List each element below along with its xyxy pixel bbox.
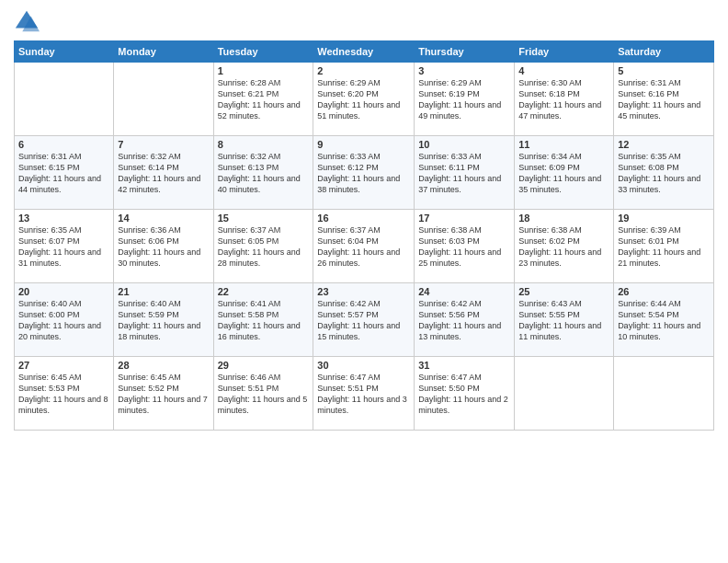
day-info: Sunrise: 6:46 AM Sunset: 5:51 PM Dayligh…	[218, 372, 310, 417]
day-info: Sunrise: 6:41 AM Sunset: 5:58 PM Dayligh…	[218, 298, 310, 343]
calendar-header-friday: Friday	[515, 41, 614, 63]
day-info: Sunrise: 6:38 AM Sunset: 6:03 PM Dayligh…	[418, 224, 510, 270]
day-number: 6	[18, 139, 109, 150]
day-info: Sunrise: 6:37 AM Sunset: 6:05 PM Dayligh…	[218, 224, 310, 270]
calendar-cell: 17Sunrise: 6:38 AM Sunset: 6:03 PM Dayli…	[415, 210, 515, 283]
day-number: 2	[317, 65, 410, 76]
calendar-cell	[15, 63, 114, 136]
calendar-cell: 7Sunrise: 6:32 AM Sunset: 6:14 PM Daylig…	[114, 136, 213, 210]
day-info: Sunrise: 6:33 AM Sunset: 6:12 PM Dayligh…	[317, 151, 410, 196]
day-info: Sunrise: 6:32 AM Sunset: 6:13 PM Dayligh…	[218, 151, 310, 196]
calendar-cell: 11Sunrise: 6:34 AM Sunset: 6:09 PM Dayli…	[515, 136, 614, 210]
calendar-header-thursday: Thursday	[415, 41, 515, 63]
day-info: Sunrise: 6:45 AM Sunset: 5:53 PM Dayligh…	[18, 372, 109, 417]
calendar-week-5: 27Sunrise: 6:45 AM Sunset: 5:53 PM Dayli…	[15, 357, 714, 431]
calendar-cell	[515, 357, 614, 431]
day-number: 12	[618, 139, 710, 150]
day-number: 24	[418, 286, 510, 297]
day-number: 31	[418, 360, 510, 371]
day-number: 22	[218, 286, 310, 297]
day-number: 4	[518, 65, 609, 76]
day-info: Sunrise: 6:44 AM Sunset: 5:54 PM Dayligh…	[618, 298, 710, 343]
calendar-cell: 12Sunrise: 6:35 AM Sunset: 6:08 PM Dayli…	[614, 136, 714, 210]
day-info: Sunrise: 6:42 AM Sunset: 5:56 PM Dayligh…	[418, 298, 510, 343]
day-info: Sunrise: 6:36 AM Sunset: 6:06 PM Dayligh…	[118, 224, 209, 270]
day-info: Sunrise: 6:39 AM Sunset: 6:01 PM Dayligh…	[618, 224, 710, 270]
day-info: Sunrise: 6:35 AM Sunset: 6:08 PM Dayligh…	[618, 151, 710, 196]
calendar-cell: 13Sunrise: 6:35 AM Sunset: 6:07 PM Dayli…	[15, 210, 114, 283]
calendar-header-row: SundayMondayTuesdayWednesdayThursdayFrid…	[15, 41, 714, 63]
day-info: Sunrise: 6:40 AM Sunset: 6:00 PM Dayligh…	[18, 298, 109, 343]
day-number: 5	[618, 65, 710, 76]
calendar-cell: 26Sunrise: 6:44 AM Sunset: 5:54 PM Dayli…	[614, 283, 714, 357]
day-number: 26	[618, 286, 710, 297]
calendar-cell: 27Sunrise: 6:45 AM Sunset: 5:53 PM Dayli…	[15, 357, 114, 431]
day-info: Sunrise: 6:47 AM Sunset: 5:50 PM Dayligh…	[418, 372, 510, 417]
day-number: 16	[317, 213, 410, 224]
day-number: 11	[518, 139, 609, 150]
day-number: 13	[18, 213, 109, 224]
day-info: Sunrise: 6:31 AM Sunset: 6:16 PM Dayligh…	[618, 77, 710, 122]
calendar-week-2: 6Sunrise: 6:31 AM Sunset: 6:15 PM Daylig…	[15, 136, 714, 210]
page: SundayMondayTuesdayWednesdayThursdayFrid…	[0, 0, 728, 563]
calendar-cell: 30Sunrise: 6:47 AM Sunset: 5:51 PM Dayli…	[313, 357, 415, 431]
day-info: Sunrise: 6:42 AM Sunset: 5:57 PM Dayligh…	[317, 298, 410, 343]
calendar-cell: 24Sunrise: 6:42 AM Sunset: 5:56 PM Dayli…	[415, 283, 515, 357]
calendar-cell: 18Sunrise: 6:38 AM Sunset: 6:02 PM Dayli…	[515, 210, 614, 283]
day-info: Sunrise: 6:35 AM Sunset: 6:07 PM Dayligh…	[18, 224, 109, 270]
day-number: 14	[118, 213, 209, 224]
calendar-cell: 8Sunrise: 6:32 AM Sunset: 6:13 PM Daylig…	[213, 136, 313, 210]
calendar-cell: 2Sunrise: 6:29 AM Sunset: 6:20 PM Daylig…	[313, 63, 415, 136]
day-number: 21	[118, 286, 209, 297]
logo	[14, 9, 43, 35]
day-number: 10	[418, 139, 510, 150]
day-number: 3	[418, 65, 510, 76]
calendar-cell: 22Sunrise: 6:41 AM Sunset: 5:58 PM Dayli…	[213, 283, 313, 357]
day-number: 17	[418, 213, 510, 224]
day-number: 30	[317, 360, 410, 371]
day-info: Sunrise: 6:30 AM Sunset: 6:18 PM Dayligh…	[518, 77, 609, 122]
day-number: 19	[618, 213, 710, 224]
calendar-cell: 23Sunrise: 6:42 AM Sunset: 5:57 PM Dayli…	[313, 283, 415, 357]
day-info: Sunrise: 6:31 AM Sunset: 6:15 PM Dayligh…	[18, 151, 109, 196]
calendar-cell: 16Sunrise: 6:37 AM Sunset: 6:04 PM Dayli…	[313, 210, 415, 283]
day-info: Sunrise: 6:43 AM Sunset: 5:55 PM Dayligh…	[518, 298, 609, 343]
calendar-cell: 19Sunrise: 6:39 AM Sunset: 6:01 PM Dayli…	[614, 210, 714, 283]
day-info: Sunrise: 6:37 AM Sunset: 6:04 PM Dayligh…	[317, 224, 410, 270]
calendar-cell: 9Sunrise: 6:33 AM Sunset: 6:12 PM Daylig…	[313, 136, 415, 210]
day-info: Sunrise: 6:40 AM Sunset: 5:59 PM Dayligh…	[118, 298, 209, 343]
day-info: Sunrise: 6:45 AM Sunset: 5:52 PM Dayligh…	[118, 372, 209, 417]
logo-icon	[14, 9, 40, 35]
day-info: Sunrise: 6:28 AM Sunset: 6:21 PM Dayligh…	[218, 77, 310, 122]
day-number: 8	[218, 139, 310, 150]
day-info: Sunrise: 6:33 AM Sunset: 6:11 PM Dayligh…	[418, 151, 510, 196]
day-info: Sunrise: 6:29 AM Sunset: 6:19 PM Dayligh…	[418, 77, 510, 122]
day-number: 25	[518, 286, 609, 297]
day-number: 15	[218, 213, 310, 224]
calendar-header-monday: Monday	[114, 41, 213, 63]
calendar-cell: 4Sunrise: 6:30 AM Sunset: 6:18 PM Daylig…	[515, 63, 614, 136]
calendar-cell: 31Sunrise: 6:47 AM Sunset: 5:50 PM Dayli…	[415, 357, 515, 431]
day-number: 28	[118, 360, 209, 371]
calendar-cell: 20Sunrise: 6:40 AM Sunset: 6:00 PM Dayli…	[15, 283, 114, 357]
day-number: 29	[218, 360, 310, 371]
calendar-cell: 14Sunrise: 6:36 AM Sunset: 6:06 PM Dayli…	[114, 210, 213, 283]
calendar-week-3: 13Sunrise: 6:35 AM Sunset: 6:07 PM Dayli…	[15, 210, 714, 283]
day-info: Sunrise: 6:47 AM Sunset: 5:51 PM Dayligh…	[317, 372, 410, 417]
day-number: 9	[317, 139, 410, 150]
calendar-header-sunday: Sunday	[15, 41, 114, 63]
calendar-cell: 3Sunrise: 6:29 AM Sunset: 6:19 PM Daylig…	[415, 63, 515, 136]
day-info: Sunrise: 6:29 AM Sunset: 6:20 PM Dayligh…	[317, 77, 410, 122]
day-number: 7	[118, 139, 209, 150]
calendar-cell: 25Sunrise: 6:43 AM Sunset: 5:55 PM Dayli…	[515, 283, 614, 357]
calendar-cell: 15Sunrise: 6:37 AM Sunset: 6:05 PM Dayli…	[213, 210, 313, 283]
calendar-cell: 10Sunrise: 6:33 AM Sunset: 6:11 PM Dayli…	[415, 136, 515, 210]
day-info: Sunrise: 6:34 AM Sunset: 6:09 PM Dayligh…	[518, 151, 609, 196]
calendar: SundayMondayTuesdayWednesdayThursdayFrid…	[14, 40, 714, 431]
calendar-cell: 29Sunrise: 6:46 AM Sunset: 5:51 PM Dayli…	[213, 357, 313, 431]
day-number: 23	[317, 286, 410, 297]
calendar-week-4: 20Sunrise: 6:40 AM Sunset: 6:00 PM Dayli…	[15, 283, 714, 357]
calendar-cell	[614, 357, 714, 431]
calendar-cell: 6Sunrise: 6:31 AM Sunset: 6:15 PM Daylig…	[15, 136, 114, 210]
day-number: 1	[218, 65, 310, 76]
